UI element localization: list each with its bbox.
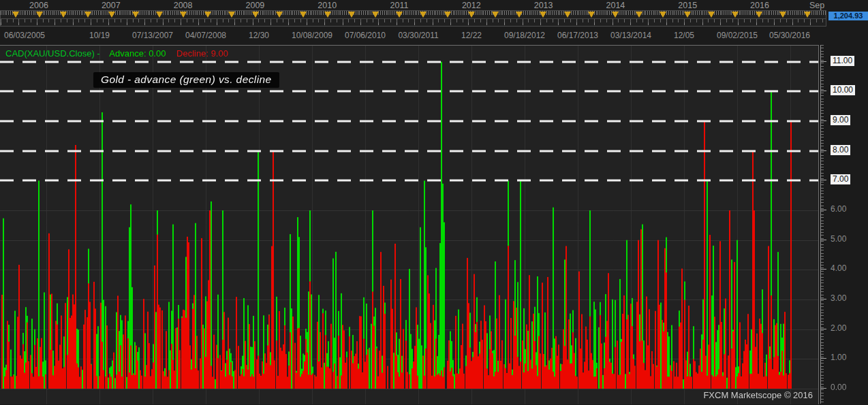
- timeline-marker-icon: [324, 12, 331, 18]
- date-tick-label: 07/06/2010: [345, 31, 386, 40]
- timeline-marker-icon: [804, 12, 811, 18]
- timeline-marker-icon: [684, 12, 691, 18]
- date-tick-label: 04/07/2008: [185, 31, 226, 40]
- timeline-marker-icon: [516, 12, 523, 18]
- year-label: 2014: [606, 1, 625, 10]
- current-price-badge: 1,204.93: [828, 12, 868, 20]
- timeline-marker-icon: [468, 12, 475, 18]
- price-axis-label: 2.00: [831, 323, 846, 334]
- year-label: 2015: [678, 1, 697, 10]
- year-label: 2016: [750, 1, 769, 10]
- date-tick-label: 07/13/2007: [132, 31, 173, 40]
- date-tick-label: 06/17/2013: [557, 31, 598, 40]
- timeline-marker-icon: [108, 12, 115, 18]
- timeline-marker-icon: [444, 12, 451, 18]
- decline-value-label: Decline: 9.00: [176, 48, 228, 59]
- date-tick-label: 03/13/2014: [610, 31, 651, 40]
- timeline-marker-icon: [732, 12, 739, 18]
- price-axis-tick: [821, 120, 826, 121]
- price-axis-label: 1.00: [831, 353, 846, 363]
- price-axis-label: 8.00: [831, 145, 850, 155]
- advance-value-label: Advance: 0.00: [109, 48, 166, 59]
- timeline-marker-icon: [228, 12, 235, 18]
- price-axis-label: 9.00: [831, 115, 850, 125]
- price-axis-label: 10.00: [831, 85, 855, 95]
- price-axis-tick: [821, 180, 826, 180]
- timeline-marker-icon: [36, 12, 43, 18]
- date-tick-label: 12/22: [461, 31, 482, 40]
- date-tick-label: 10/08/2009: [292, 31, 332, 40]
- price-axis-tick: [821, 240, 826, 240]
- timeline-marker-icon: [779, 12, 786, 18]
- year-label: 2013: [534, 1, 553, 10]
- marketscope-window: 2006200720082009201020112012201320142015…: [0, 0, 868, 405]
- timeline-marker-icon: [540, 12, 546, 18]
- date-tick-label: 09/02/2015: [717, 31, 758, 40]
- timeline-marker-icon: [396, 12, 403, 18]
- year-label: 2011: [390, 1, 409, 10]
- price-axis-label: 4.00: [831, 263, 846, 274]
- price-axis-label: 3.00: [831, 293, 846, 304]
- date-tick-label: 03/30/2011: [398, 31, 438, 40]
- year-label: 2007: [102, 1, 121, 10]
- price-axis-label: 0.00: [831, 383, 846, 393]
- price-axis-tick: [821, 210, 826, 210]
- price-axis-label: 11.00: [831, 56, 854, 66]
- timeline-marker-icon: [156, 12, 163, 18]
- period-label: Sep: [809, 1, 824, 10]
- timeline-marker-icon: [132, 12, 139, 18]
- price-axis-tick: [821, 150, 826, 151]
- timeline-marker-icon: [372, 12, 379, 18]
- date-tick-label: 12/05: [674, 31, 694, 40]
- price-axis-label: 5.00: [831, 234, 846, 244]
- price-axis-tick: [821, 61, 826, 62]
- price-axis-tick: [821, 329, 826, 329]
- timeline-marker-icon: [300, 12, 307, 18]
- date-tick-label: 12/30: [249, 31, 269, 40]
- chart-plot-area: CAD(XAU/USD.Close) - Advance: 0.00 Decli…: [0, 45, 819, 404]
- price-axis-label: 7.00: [831, 174, 850, 184]
- timeline-marker-icon: [492, 12, 499, 18]
- timeline-marker-icon: [660, 12, 666, 18]
- timeline-minor-ticks: [1, 11, 826, 19]
- price-axis-ruler: [820, 45, 829, 404]
- price-axis[interactable]: 0.001.002.003.004.005.006.007.008.009.00…: [819, 45, 868, 404]
- price-axis-tick: [821, 388, 826, 389]
- date-tick-label: 06/03/2005: [4, 31, 45, 40]
- price-axis-tick: [821, 358, 826, 359]
- timeline-marker-icon: [588, 12, 595, 18]
- instrument-label: CAD(XAU/USD.Close) -: [5, 48, 100, 59]
- price-axis-tick: [821, 91, 826, 91]
- date-axis-row: 06/03/200510/1907/13/200704/07/200812/30…: [0, 29, 868, 42]
- timeline-years-row: 2006200720082009201020112012201320142015…: [0, 0, 868, 10]
- timeline-marker-icon: [204, 12, 211, 18]
- timeline-marker-icon: [564, 12, 571, 18]
- timeline-marker-icon: [276, 12, 283, 18]
- timeline-marker-icon: [84, 12, 91, 18]
- timeline-marker-icon: [60, 12, 67, 18]
- year-label: 2012: [462, 1, 481, 10]
- date-tick-label: 05/30/2016: [769, 31, 810, 40]
- timeline-marker-icon: [180, 12, 187, 18]
- chart-title: CAD(XAU/USD.Close) - Advance: 0.00 Decli…: [5, 48, 228, 59]
- year-label: 2010: [317, 1, 337, 10]
- timeline-marker-icon: [612, 12, 619, 18]
- timeline-month-ticks: [1, 19, 826, 26]
- chart-canvas[interactable]: [0, 46, 818, 404]
- timeline-marker-icon: [252, 12, 259, 18]
- date-tick-label: 09/18/2012: [504, 31, 545, 40]
- price-axis-label: 6.00: [831, 204, 846, 214]
- watermark-label: FXCM Marketscope © 2016: [703, 390, 813, 400]
- date-tick-label: 10/19: [89, 31, 110, 40]
- timeline-marker-icon: [636, 12, 642, 18]
- timeline-marker-icon: [756, 12, 762, 18]
- timeline-marker-icon: [420, 12, 427, 18]
- price-axis-tick: [821, 269, 826, 270]
- timeline-marker-icon: [12, 12, 19, 18]
- timeline-navigator[interactable]: [0, 10, 826, 27]
- year-label: 2006: [29, 1, 48, 10]
- timeline-marker-icon: [348, 12, 355, 18]
- year-label: 2008: [174, 1, 193, 10]
- chart-annotation[interactable]: Gold - advance (green) vs. decline: [93, 72, 279, 88]
- price-axis-tick: [821, 299, 826, 299]
